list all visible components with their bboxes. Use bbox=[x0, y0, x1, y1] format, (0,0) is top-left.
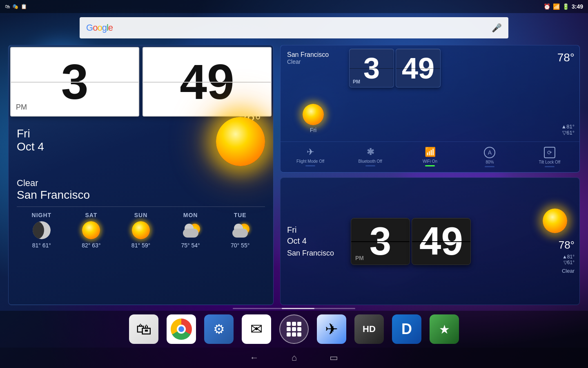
minute-digit: 49 bbox=[180, 54, 234, 110]
flip-card-minute-br: 49 bbox=[412, 218, 471, 265]
weather-widget-large[interactable]: PM 3 49 Fri Oct 4 78° ▲81° ▽61° bbox=[8, 45, 274, 305]
weather-info-large: Fri Oct 4 78° ▲81° ▽61° Clear San Franci… bbox=[9, 119, 273, 305]
sun-decoration-large bbox=[216, 111, 265, 166]
alarm-icon: ⏰ bbox=[543, 3, 550, 10]
notification-icon-1: 🛍 bbox=[5, 4, 10, 9]
notification-icon-3: 📋 bbox=[21, 4, 27, 9]
forecast-day-sat: SAT bbox=[85, 212, 97, 218]
dock-app-dictionary[interactable]: D bbox=[392, 314, 421, 344]
ampm-br: PM bbox=[355, 255, 364, 261]
forecast-day-mon: MON bbox=[183, 212, 198, 218]
forecast-temp-sat: 82° 63° bbox=[82, 242, 100, 249]
forecast-row: NIGHT 81° 61° SAT 82° 63° bbox=[17, 212, 265, 249]
flip-card-hour-br: PM 3 bbox=[351, 218, 410, 265]
rotation-icon: ⟳ bbox=[544, 147, 555, 158]
date-day-br: Fri bbox=[287, 225, 339, 235]
stars-icon: ★ bbox=[439, 322, 450, 337]
status-left-icons: 🛍 🎭 📋 bbox=[5, 4, 27, 9]
condition-br: Clear bbox=[535, 268, 575, 274]
flip-card-hour: PM 3 bbox=[10, 47, 139, 117]
home-button[interactable]: ⌂ bbox=[292, 352, 297, 363]
toggle-flight-mode[interactable]: ✈ Flight Mode Off bbox=[281, 145, 340, 169]
forecast-divider bbox=[17, 206, 265, 207]
flip-clock-large: PM 3 49 bbox=[9, 45, 273, 118]
toggle-indicator-wifi bbox=[425, 165, 435, 166]
sun-circle-large bbox=[216, 117, 265, 166]
dock-app-hd[interactable]: HD bbox=[354, 314, 384, 344]
dock-app-travel[interactable]: ✈ bbox=[317, 314, 346, 344]
toggle-label-brightness: 80% bbox=[486, 160, 494, 164]
back-button[interactable]: ← bbox=[250, 352, 259, 363]
dock-app-launcher[interactable] bbox=[279, 314, 309, 344]
toggle-tilt[interactable]: ⟳ Tilt Lock Off bbox=[520, 145, 579, 169]
toggle-brightness[interactable]: A 80% bbox=[460, 145, 519, 169]
forecast-day-night: NIGHT bbox=[32, 212, 52, 218]
dock-app-chrome[interactable] bbox=[167, 314, 196, 344]
minute-digit-br: 49 bbox=[419, 219, 463, 264]
widget-bottom-left-info: Fri Oct 4 San Francisco bbox=[281, 178, 346, 305]
widget-city-top: San Francisco Clear bbox=[287, 51, 339, 65]
scroll-indicator bbox=[233, 308, 355, 309]
dock-app-play-store[interactable]: 🛍 bbox=[129, 314, 158, 344]
temp-low-tr: ▽61° bbox=[561, 130, 575, 136]
hour-digit-tr: 3 bbox=[363, 52, 380, 85]
google-logo: Google bbox=[86, 22, 113, 33]
forecast-tue: TUE 70° 55° bbox=[230, 212, 250, 249]
flip-card-hour-tr: PM 3 bbox=[349, 49, 394, 88]
dock: 🛍 ⚙ ✉ ✈ HD D bbox=[0, 311, 588, 348]
temp-high-br: ▲81° bbox=[535, 254, 575, 260]
toggle-wifi[interactable]: 📶 WiFi On bbox=[400, 145, 460, 169]
nav-bar: ← ⌂ ▭ bbox=[0, 348, 588, 368]
toggle-bluetooth[interactable]: ✱ Bluetooth Off bbox=[340, 145, 400, 169]
dock-app-gmail[interactable]: ✉ bbox=[242, 314, 271, 344]
forecast-icon-mon bbox=[180, 220, 201, 240]
wifi-status-icon: 📶 bbox=[553, 3, 560, 10]
widget-condition-top: Clear bbox=[287, 58, 339, 65]
launcher-grid-icon bbox=[287, 322, 301, 337]
chrome-center bbox=[177, 325, 186, 334]
forecast-temp-mon: 75° 54° bbox=[181, 242, 200, 249]
recents-button[interactable]: ▭ bbox=[330, 352, 338, 363]
gmail-icon: ✉ bbox=[250, 321, 263, 338]
microphone-icon[interactable]: 🎤 bbox=[492, 23, 502, 33]
widget-temp-range-tr: ▲81° ▽61° bbox=[561, 123, 575, 136]
forecast-night: NIGHT 81° 61° bbox=[31, 212, 52, 249]
flip-clock-bottom-right: PM 3 49 bbox=[346, 178, 530, 305]
weather-widget-top-right[interactable]: San Francisco Clear Fri PM 3 bbox=[280, 45, 580, 173]
status-bar: 🛍 🎭 📋 ⏰ 📶 🔋 3:49 bbox=[0, 0, 588, 13]
right-panels: San Francisco Clear Fri PM 3 bbox=[280, 45, 580, 305]
ampm-tr: PM bbox=[353, 79, 360, 85]
dock-app-settings-widget[interactable]: ⚙ bbox=[204, 314, 234, 344]
search-bar[interactable]: Google 🎤 bbox=[80, 17, 508, 38]
sun-medium-top bbox=[303, 104, 324, 125]
hour-digit: 3 bbox=[61, 54, 89, 110]
temp-range-br: ▲81° ▽61° bbox=[535, 254, 575, 265]
settings-widget-icon: ⚙ bbox=[213, 321, 225, 337]
city-text-br: San Francisco bbox=[287, 249, 339, 258]
hd-icon: HD bbox=[363, 324, 376, 334]
cloud-icon-tue bbox=[230, 223, 250, 238]
moon-icon bbox=[33, 221, 51, 239]
cloud-body-mon bbox=[183, 229, 198, 238]
forecast-mon: MON 75° 54° bbox=[180, 212, 201, 249]
main-content: PM 3 49 Fri Oct 4 78° ▲81° ▽61° bbox=[0, 45, 588, 305]
widget-left-info: San Francisco Clear Fri bbox=[281, 45, 346, 141]
forecast-icon-sat bbox=[81, 220, 101, 240]
minute-card-tr: 49 bbox=[396, 49, 441, 88]
widget-city-name: San Francisco bbox=[287, 51, 339, 58]
hour-card-tr: PM 3 bbox=[349, 49, 394, 88]
play-store-icon: 🛍 bbox=[136, 321, 151, 338]
weather-widget-bottom-right[interactable]: Fri Oct 4 San Francisco PM 3 49 78° bbox=[280, 177, 580, 305]
battery-icon: 🔋 bbox=[562, 3, 569, 10]
condition-area: Clear San Francisco bbox=[17, 178, 265, 202]
notification-icon-2: 🎭 bbox=[12, 4, 18, 9]
travel-icon: ✈ bbox=[325, 320, 338, 338]
dock-app-stars[interactable]: ★ bbox=[430, 314, 459, 344]
sun-br bbox=[543, 209, 567, 233]
flip-clock-top-right: PM 3 49 bbox=[346, 45, 530, 141]
forecast-icon-sun bbox=[131, 220, 151, 240]
chrome-icon bbox=[171, 319, 192, 340]
widget-right-info: 78° ▲81° ▽61° bbox=[530, 45, 579, 141]
minute-digit-tr: 49 bbox=[402, 52, 434, 85]
forecast-sun: SUN 81° 59° bbox=[131, 212, 151, 249]
